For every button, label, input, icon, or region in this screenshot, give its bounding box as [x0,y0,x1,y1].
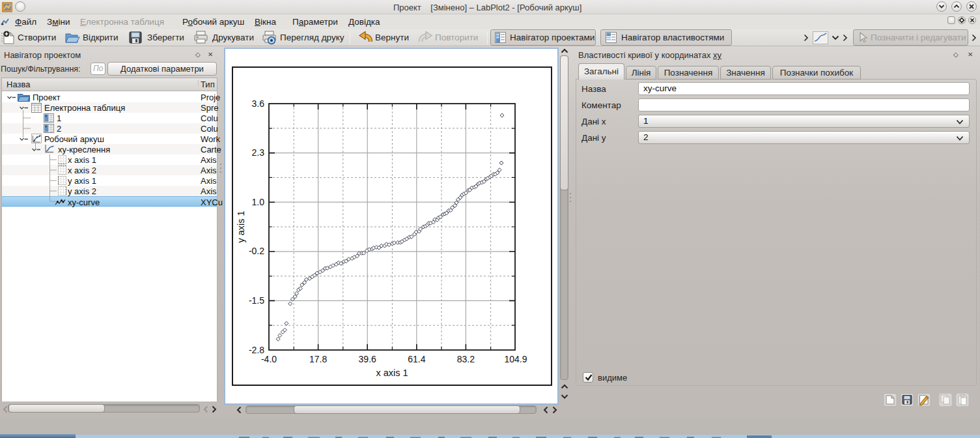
svg-text:-2.8: -2.8 [249,345,264,355]
svg-text:61.4: 61.4 [408,354,425,364]
svg-text:104.9: 104.9 [504,354,527,364]
svg-text:1.0: 1.0 [252,197,265,207]
svg-text:2.3: 2.3 [252,147,265,158]
svg-text:y axis 1: y axis 1 [236,211,246,242]
svg-text:39.6: 39.6 [359,354,376,364]
svg-text:-4.0: -4.0 [261,354,277,364]
svg-text:3.6: 3.6 [252,98,265,109]
svg-text:-0.2: -0.2 [249,246,264,256]
svg-text:83.2: 83.2 [457,354,475,364]
svg-text:17.8: 17.8 [309,354,327,364]
svg-text:x axis 1: x axis 1 [376,368,408,378]
svg-text:-1.5: -1.5 [249,295,264,306]
